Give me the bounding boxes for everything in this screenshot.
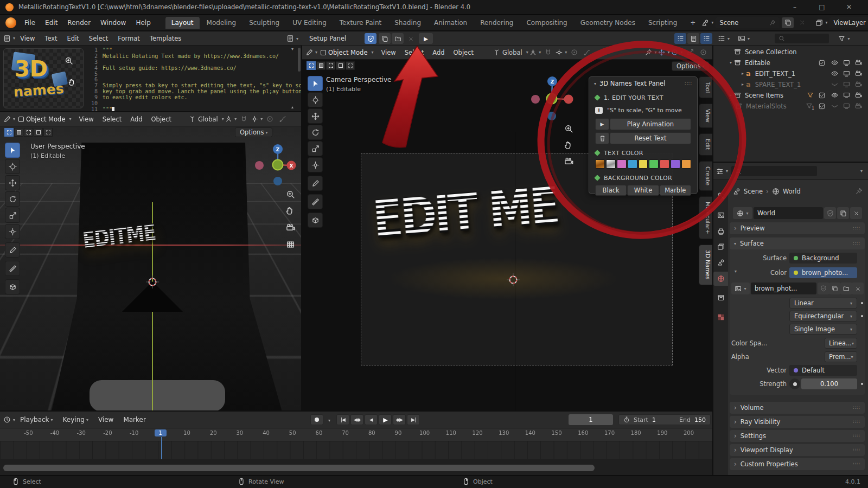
frame-tick[interactable]: 1 [147,430,174,436]
pin-icon[interactable] [856,188,863,195]
tab-tool-icon[interactable] [717,192,725,200]
magnet-icon[interactable] [238,114,250,125]
select-mode-tweak[interactable] [4,128,14,137]
grid-ortho-icon[interactable] [286,240,295,249]
scene-selector[interactable]: Scene [716,17,780,28]
keying-set-chevron[interactable]: ▾ [328,418,330,423]
timeline-scrollbar[interactable] [3,465,595,471]
scene-copy-button[interactable] [782,17,794,28]
surface-value[interactable]: Background [789,253,857,264]
frame-tick[interactable]: 140 [517,430,544,436]
properties-editor[interactable]: ▾ ▾ Scene › World ▾ World [713,163,868,475]
script-lines[interactable]: 1"""2Metallic Rotating Text made by http… [87,48,302,111]
menu-item[interactable]: Select [98,115,126,123]
colorspace-dropdown[interactable]: Linea...▾ [825,338,857,349]
tool-add-cube[interactable] [308,213,323,228]
trash-icon-button[interactable] [595,132,609,144]
properties-search-input[interactable] [731,166,817,176]
world-name-field[interactable]: World [754,207,823,219]
auto-key-record-button[interactable] [310,414,323,425]
editor-type-icon[interactable]: ▾ [3,414,15,425]
select-mode-tweak[interactable] [307,61,316,70]
frame-tick[interactable]: 150 [544,430,570,436]
viewport-left[interactable]: EDITME ▾ Object Mode▾ ViewSelectAddObjec… [0,111,302,410]
breadcrumb-world[interactable]: World [783,188,801,195]
tool-scale[interactable] [5,208,20,223]
animate-dot[interactable] [861,302,863,304]
snap-mode-dropdown[interactable]: ▾ [251,114,263,125]
color-value[interactable]: brown_photo... [789,267,857,278]
panel-title[interactable]: 3D Names Text Panel [599,80,665,87]
select-mode-circle[interactable] [24,128,33,137]
minimize-button[interactable]: – [782,3,807,11]
text-datablock-name[interactable]: Setup Panel [309,35,346,42]
properties-panel-collapsed[interactable]: Custom Properties [730,458,865,470]
frame-tick[interactable]: 50 [279,430,306,436]
preview-panel-header[interactable]: Preview [730,222,865,234]
image-copy-button[interactable] [829,282,841,294]
menu-item[interactable]: Render [62,19,95,27]
run-script-button[interactable]: ▶ [419,33,433,44]
frame-tick[interactable]: 170 [596,430,623,436]
falloff-curve-icon[interactable] [277,114,289,125]
background-color-button[interactable]: White [627,185,659,196]
frame-tick[interactable]: 200 [675,430,702,436]
tool-measure[interactable] [5,261,20,276]
frame-tick[interactable]: 70 [332,430,359,436]
tool-cursor[interactable] [5,159,20,174]
camera-view-icon[interactable] [286,223,295,232]
color-swatch[interactable] [639,159,648,169]
tool-select-box[interactable] [308,76,323,91]
proportional-edit-icon[interactable] [569,47,580,58]
jump-to-start-button[interactable]: |◀ [336,414,349,425]
menu-item[interactable]: Help [131,19,155,27]
world-type-dropdown[interactable]: ▾ [733,207,752,219]
sidebar-tab[interactable]: View [699,104,713,128]
workspace-tab[interactable]: Modeling [201,17,242,29]
proportional-edit-icon[interactable] [264,114,276,125]
menu-item[interactable]: Select [400,49,428,56]
navigation-gizmo[interactable]: Z [527,70,582,124]
menu-item[interactable]: Edit [40,19,62,27]
viewlayer-type-icon[interactable]: ▾ [815,17,827,28]
frame-tick[interactable]: -50 [15,430,42,436]
editor-type-icon[interactable]: ▾ [716,166,728,177]
image-unlink-button[interactable] [852,282,864,294]
frame-tick[interactable]: 30 [227,430,253,436]
camera-view-icon[interactable] [564,157,573,166]
workspace-tab[interactable]: Sculpting [243,17,285,29]
outliner-filter-button[interactable]: ▾ [838,33,850,44]
properties-panel-collapsed[interactable]: Volume [730,402,865,414]
options-dropdown[interactable]: Options▾ [672,61,709,71]
zoom-icon[interactable] [286,190,295,199]
tab-viewlayer-icon[interactable] [717,243,725,251]
unlink-text-button[interactable] [405,33,417,44]
timeline-tracks[interactable] [0,441,713,459]
tool-add-cube[interactable] [5,279,20,294]
outliner-id-dropdown[interactable]: ▾ [738,33,750,44]
projection-dropdown[interactable]: Equirectangular▾ [789,311,857,322]
outliner-row-scene-items[interactable]: ▸ Scene Items [713,90,868,100]
menu-item[interactable]: View [74,115,98,123]
3dnames-text-panel[interactable]: ▾ 3D Names Text Panel 1. EDIT YOUR TEXT … [589,76,698,194]
outliner[interactable]: Scene Collection ▾ Editable ▸ a EDIT_TEX… [713,46,868,163]
tool-transform[interactable] [308,157,323,172]
menu-view[interactable]: View [93,416,118,423]
viewlayer-selector[interactable]: ViewLayer [829,17,868,28]
workspace-tab[interactable]: Layout [165,17,200,29]
tool-annotate[interactable] [5,242,20,258]
tool-select-box[interactable] [5,143,20,158]
text-datablock-icon[interactable]: ▾ [286,33,298,44]
frame-tick[interactable]: 100 [411,430,438,436]
tool-rotate[interactable] [308,125,323,140]
text-editor-scrollbar[interactable] [298,48,301,72]
image-fake-user-button[interactable] [818,282,829,294]
menu-item[interactable]: Object [147,115,176,123]
tool-transform[interactable] [5,224,20,239]
frame-tick[interactable]: 90 [385,430,412,436]
playhead[interactable] [161,437,162,459]
overlays-toggle[interactable]: ▾ [671,47,683,58]
orientation-dropdown[interactable]: Global▾ [189,114,224,125]
outliner-display-icon-3[interactable] [700,33,712,44]
frame-tick[interactable]: 80 [359,430,385,436]
